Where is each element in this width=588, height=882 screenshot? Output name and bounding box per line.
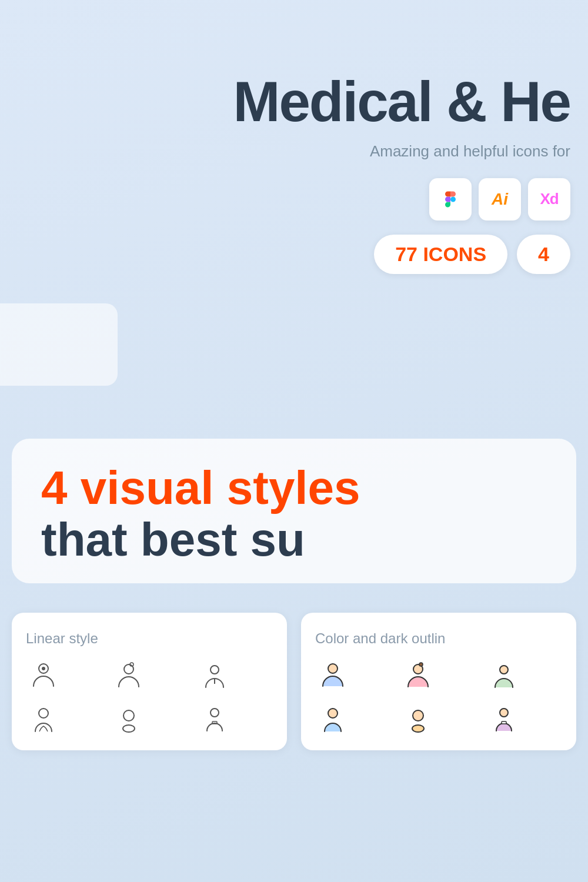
top-section: Medical & He Amazing and helpful icons f… (0, 0, 588, 274)
xd-badge[interactable]: Xd (528, 178, 570, 220)
linear-style-label: Linear style (26, 630, 273, 647)
visual-styles-title-line1: 4 visual styles (41, 462, 547, 514)
figma-icon (440, 189, 461, 210)
color-icon-1 (315, 659, 350, 694)
svg-point-14 (500, 666, 508, 674)
color-icon-6 (486, 703, 522, 739)
page-container: Medical & He Amazing and helpful icons f… (0, 0, 588, 882)
color-dark-style-label: Color and dark outlin (315, 630, 562, 647)
svg-point-13 (419, 663, 423, 666)
linear-icon-6 (197, 703, 232, 739)
style-count-badge: 4 (517, 235, 570, 274)
svg-point-7 (123, 710, 134, 721)
svg-point-16 (413, 710, 423, 721)
svg-point-8 (123, 725, 135, 732)
color-icon-5 (400, 703, 436, 739)
color-dark-style-card: Color and dark outlin (301, 613, 576, 750)
count-badges-row: 77 ICONS 4 (0, 235, 588, 274)
color-icon-4 (315, 703, 350, 739)
preview-area (0, 286, 588, 403)
svg-rect-19 (502, 721, 506, 724)
visual-styles-title-line2: that best su (41, 514, 547, 566)
svg-point-1 (42, 667, 45, 670)
svg-point-4 (211, 666, 219, 674)
ai-icon: Ai (492, 190, 508, 209)
svg-point-17 (412, 725, 424, 732)
tool-badges-row: Ai Xd (0, 178, 588, 220)
svg-point-9 (211, 709, 219, 717)
linear-icon-4 (26, 703, 61, 739)
linear-icons-grid (26, 659, 273, 739)
linear-icon-2 (111, 659, 146, 694)
color-icon-2 (400, 659, 436, 694)
xd-icon: Xd (540, 190, 558, 208)
figma-badge[interactable] (429, 178, 472, 220)
color-dark-icons-grid (315, 659, 562, 739)
svg-point-11 (328, 664, 338, 673)
illustrator-badge[interactable]: Ai (479, 178, 521, 220)
preview-card (0, 303, 118, 386)
linear-icon-3 (197, 659, 232, 694)
color-icon-3 (486, 659, 522, 694)
visual-styles-section: 4 visual styles that best su (0, 439, 588, 583)
style-types-section: Linear style (0, 613, 588, 750)
linear-icon-1 (26, 659, 61, 694)
linear-icon-5 (111, 703, 146, 739)
linear-style-card: Linear style (12, 613, 287, 750)
svg-point-18 (500, 709, 508, 717)
page-subtitle: Amazing and helpful icons for (0, 142, 588, 161)
visual-styles-card: 4 visual styles that best su (12, 439, 576, 583)
svg-point-6 (39, 709, 48, 718)
page-title: Medical & He (0, 71, 588, 133)
icon-count-badge: 77 ICONS (374, 235, 507, 274)
svg-point-15 (328, 709, 338, 718)
